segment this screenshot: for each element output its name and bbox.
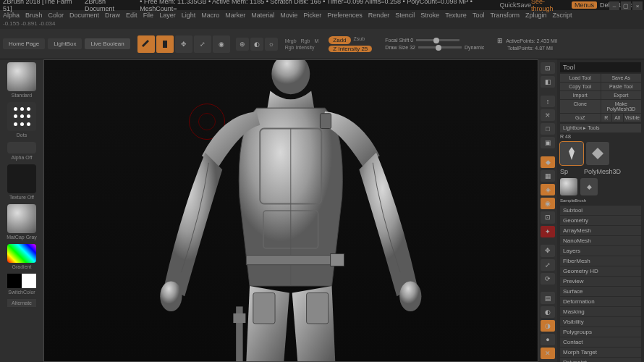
zsub-label[interactable]: Zsub xyxy=(354,36,365,44)
menu-edit[interactable]: Edit xyxy=(126,12,137,19)
section-preview[interactable]: Preview xyxy=(560,277,641,286)
tab-home[interactable]: Home Page xyxy=(3,38,45,49)
menu-tool[interactable]: Tool xyxy=(473,12,485,19)
dynamic-label[interactable]: Dynamic xyxy=(465,45,484,50)
ghost-button[interactable]: ◑ xyxy=(541,320,555,332)
menu-document[interactable]: Document xyxy=(69,12,99,19)
section-polypaint[interactable]: Polypaint xyxy=(560,358,641,362)
export-button[interactable]: Export xyxy=(601,91,642,99)
frame-button[interactable]: ⊡ xyxy=(541,211,555,223)
tool-thumb-b[interactable] xyxy=(586,142,609,165)
section-surface[interactable]: Surface xyxy=(560,287,641,296)
rgb-label[interactable]: Rgb xyxy=(301,38,310,43)
clone-button[interactable]: Clone xyxy=(560,100,601,113)
section-layers[interactable]: Layers xyxy=(560,246,641,256)
z-intensity-slider[interactable]: Z Intensity 25 xyxy=(329,46,372,52)
persp-button[interactable]: ◆ xyxy=(541,156,555,168)
goz-all-button[interactable]: All xyxy=(612,114,623,122)
tool-thumb-active[interactable] xyxy=(560,142,583,165)
goz-button[interactable]: GoZ xyxy=(560,114,601,122)
menu-stencil[interactable]: Stencil xyxy=(395,12,415,19)
lconv-button[interactable]: ◉ xyxy=(541,198,555,209)
scale-mode-button[interactable]: ⤢ xyxy=(194,35,211,53)
color-picker[interactable] xyxy=(7,244,36,263)
menu-render[interactable]: Render xyxy=(368,12,390,19)
menu-material[interactable]: Material xyxy=(251,12,274,19)
section-fibermesh[interactable]: FiberMesh xyxy=(560,256,641,266)
tab-lightbox[interactable]: LightBox xyxy=(48,38,82,49)
goz-r-button[interactable]: R xyxy=(601,114,612,122)
tab-livebool[interactable]: Live Boolean xyxy=(85,38,130,49)
minimize-button[interactable]: – xyxy=(609,1,619,10)
draw-size-label[interactable]: Draw Size 32 xyxy=(385,45,415,50)
menus-button[interactable]: Menus xyxy=(572,1,597,9)
menu-brush[interactable]: Brush xyxy=(25,12,43,19)
scale-view-button[interactable]: ⤢ xyxy=(541,259,555,271)
alternate-button[interactable]: Alternate xyxy=(7,299,36,307)
move-mode-button[interactable]: ✥ xyxy=(175,35,192,53)
focal-shift-label[interactable]: Focal Shift 0 xyxy=(385,38,413,43)
draw-mode-button[interactable] xyxy=(156,35,174,53)
sculptris-icon[interactable]: ◐ xyxy=(250,38,263,51)
menu-layer[interactable]: Layer xyxy=(159,12,176,19)
seethrough-label[interactable]: See-through xyxy=(531,0,566,12)
menu-zscript[interactable]: Zscript xyxy=(553,12,572,19)
section-arraymesh[interactable]: ArrayMesh xyxy=(560,226,641,235)
edit-mode-button[interactable] xyxy=(137,35,155,53)
m-label[interactable]: M xyxy=(314,38,318,43)
menu-draw[interactable]: Draw xyxy=(105,12,120,19)
menu-alpha[interactable]: Alpha xyxy=(3,12,20,19)
menu-file[interactable]: File xyxy=(143,12,154,19)
mrgb-label[interactable]: Mrgb xyxy=(285,38,297,43)
xpose-button[interactable]: ✕ xyxy=(541,348,555,359)
section-contact[interactable]: Contact xyxy=(560,337,641,347)
section-deformation[interactable]: Deformation xyxy=(560,297,641,306)
import-button[interactable]: Import xyxy=(560,91,601,99)
solo-button[interactable]: ● xyxy=(541,334,555,345)
load-tool-button[interactable]: Load Tool xyxy=(560,74,601,82)
section-masking[interactable]: Masking xyxy=(560,307,641,316)
paste-tool-button[interactable]: Paste Tool xyxy=(601,83,642,90)
menu-color[interactable]: Color xyxy=(48,12,64,19)
close-button[interactable]: × xyxy=(632,1,643,10)
menu-texture[interactable]: Texture xyxy=(445,12,467,19)
section-nanomesh[interactable]: NanoMesh xyxy=(560,236,641,245)
brush-swatch[interactable] xyxy=(7,62,36,91)
lightbox-tools-button[interactable]: Lightbox ▸ Tools xyxy=(560,124,641,132)
gizmo-icon[interactable]: ⊕ xyxy=(236,38,249,51)
menu-marker[interactable]: Marker xyxy=(225,12,245,19)
menu-picker[interactable]: Picker xyxy=(303,12,321,19)
tool-thumb-d[interactable]: ◆ xyxy=(580,178,598,195)
section-geometry-hd[interactable]: Geometry HD xyxy=(560,266,641,276)
spix-icon[interactable]: ⊡ xyxy=(541,62,555,74)
section-geometry[interactable]: Geometry xyxy=(560,216,641,225)
section-visibility[interactable]: Visibility xyxy=(560,317,641,327)
rotate-view-button[interactable]: ⟳ xyxy=(541,273,555,285)
polyf-button[interactable]: ▤ xyxy=(541,292,555,303)
zoom-icon[interactable]: ⤧ xyxy=(541,109,555,121)
zadd-button[interactable]: Zadd xyxy=(329,36,350,44)
floor-button[interactable]: ▦ xyxy=(541,170,555,182)
move-view-button[interactable]: ✥ xyxy=(541,245,555,256)
menu-light[interactable]: Light xyxy=(182,12,196,19)
menu-movie[interactable]: Movie xyxy=(280,12,297,19)
section-morph-target[interactable]: Morph Target xyxy=(560,348,641,357)
menu-macro[interactable]: Macro xyxy=(201,12,219,19)
maximize-button[interactable]: ▢ xyxy=(621,1,631,10)
menu-zplugin[interactable]: Zplugin xyxy=(525,12,547,19)
draw-size-slider[interactable] xyxy=(418,46,462,49)
viewport[interactable] xyxy=(43,59,538,362)
material-swatch[interactable] xyxy=(7,204,36,233)
scroll-icon[interactable]: ↕ xyxy=(541,96,555,107)
xyz-button[interactable]: ✦ xyxy=(541,226,555,237)
menu-transform[interactable]: Transform xyxy=(490,12,520,19)
stroke-swatch[interactable] xyxy=(7,102,36,131)
rotate-mode-button[interactable]: ◉ xyxy=(213,35,230,53)
actual-icon[interactable]: □ xyxy=(541,123,555,135)
saveas-button[interactable]: Save As xyxy=(601,74,642,82)
aahalf-icon[interactable]: ▣ xyxy=(541,137,555,148)
tool-thumb-c[interactable] xyxy=(560,178,577,195)
texture-swatch[interactable] xyxy=(7,164,36,193)
menu-stroke[interactable]: Stroke xyxy=(420,12,439,19)
switchcolor-label[interactable]: SwitchColor xyxy=(8,290,35,295)
